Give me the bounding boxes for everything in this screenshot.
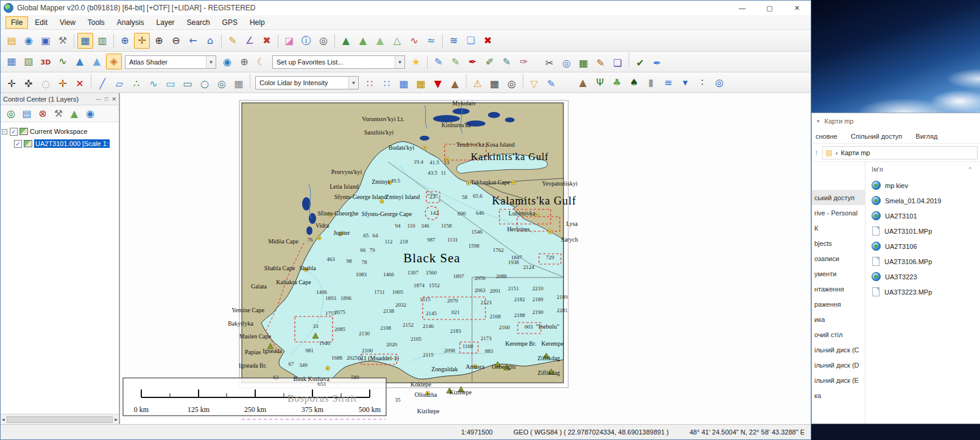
profile-chart-icon[interactable]: ∿ [55, 54, 71, 69]
move-layer-icon[interactable]: ▲ [67, 107, 82, 121]
nav-item[interactable]: ський доступ [812, 190, 865, 205]
warning-icon[interactable]: ⚠ [470, 76, 485, 92]
paint-style-icon[interactable]: ❏ [610, 55, 626, 71]
pen-red-icon[interactable]: ✒ [465, 54, 481, 70]
map-catalog-icon[interactable]: ▧ [21, 54, 37, 69]
save-workspace-icon[interactable]: ▣ [38, 33, 54, 49]
lidar-classify-icon[interactable]: ∷ [379, 76, 395, 92]
nav-item[interactable]: очий стіл [812, 327, 865, 342]
nav-item[interactable]: rive - Personal [812, 205, 865, 220]
edit-feature-icon[interactable]: ✎ [593, 55, 608, 71]
nav-item[interactable]: озаписи [812, 251, 865, 266]
control-center-header[interactable]: Control Center (1 Layers) —□✕ [1, 93, 119, 105]
open-file-icon[interactable]: ▤ [4, 33, 19, 49]
minimize-button[interactable]: — [728, 1, 756, 15]
apply-check-icon[interactable]: ✔ [632, 55, 648, 71]
nav-item[interactable]: ільний диск (D [812, 357, 865, 372]
zoom-to-layer-icon[interactable]: ◎ [4, 107, 18, 121]
export-layer-icon[interactable]: ◉ [83, 107, 97, 121]
nav-item[interactable]: раження [812, 296, 865, 312]
shrub-icon[interactable]: ♣ [609, 75, 625, 91]
tree-item-workspace[interactable]: − ✓ Current Workspace [2, 126, 118, 137]
pen-blue-icon[interactable]: ✎ [431, 54, 446, 70]
path-profile-icon[interactable]: ∿ [406, 33, 422, 49]
feature-info-icon[interactable]: ⓘ [298, 33, 314, 49]
layer-options-icon[interactable]: ⚒ [51, 107, 66, 121]
elevation-legend-icon[interactable]: ▲ [72, 54, 88, 69]
layer-metadata-icon[interactable]: ▤ [19, 107, 34, 121]
cancel-icon[interactable]: ✖ [480, 33, 496, 49]
control-center-icon[interactable]: ▦ [77, 33, 93, 49]
create-circle-icon[interactable]: ○ [197, 76, 213, 92]
zoom-previous-icon[interactable]: ← [185, 33, 201, 49]
chevron-down-icon[interactable]: ▾ [348, 77, 358, 89]
filter-icon[interactable]: ▽ [526, 76, 542, 92]
favorites-star-icon[interactable]: ★ [408, 54, 424, 70]
file-item[interactable]: UA2T3101.MPp [872, 223, 980, 239]
terrain-paint-icon[interactable]: ▲ [575, 75, 591, 91]
terrain-layers-icon[interactable]: ▲ [355, 33, 371, 49]
crosshair-icon[interactable]: ✛ [55, 76, 71, 92]
panel-float-button[interactable]: □ [105, 96, 108, 102]
lidar-ground-icon[interactable]: ▲ [447, 76, 463, 92]
workspace-checkbox[interactable]: ✓ [10, 128, 18, 136]
lidar-color-icon[interactable]: ∷ [362, 76, 378, 92]
tab-view[interactable]: Вигляд [915, 133, 937, 140]
measure-icon[interactable]: ∠ [242, 33, 258, 49]
sign-pen-icon[interactable]: ✒ [649, 55, 665, 71]
terrain-shader-icon[interactable]: ▲ [338, 33, 354, 49]
watershed-icon[interactable]: ≋ [446, 33, 462, 49]
full-extent-icon[interactable]: ⌂ [202, 33, 218, 49]
world-projection-icon[interactable]: ◉ [219, 54, 235, 70]
scroll-left-icon[interactable]: ◂ [2, 416, 5, 422]
menu-layer[interactable]: Layer [151, 16, 180, 29]
panel-close-button[interactable]: ✕ [111, 96, 116, 102]
dot-pen-icon[interactable]: ✑ [516, 54, 532, 70]
marker-green-icon[interactable]: ✐ [482, 54, 498, 70]
chevron-down-icon[interactable]: ▾ [206, 56, 216, 68]
menu-analysis[interactable]: Analysis [111, 16, 150, 29]
create-point-icon[interactable]: ∴ [129, 76, 144, 92]
shader-icon[interactable]: ◈ [106, 54, 122, 69]
pen-green-icon[interactable]: ✎ [448, 54, 464, 70]
building-icon[interactable]: ▮ [643, 75, 659, 91]
move-feature-icon[interactable]: ✜ [21, 76, 37, 92]
chevron-down-icon[interactable]: ▾ [395, 56, 404, 68]
favorites-combo[interactable]: Set up Favorites List...▾ [272, 55, 405, 69]
explorer-title-bar[interactable]: ▾ Карти mp [812, 113, 980, 129]
file-item[interactable]: UA3T3223.MPp [872, 284, 980, 299]
file-item[interactable]: mp kiev [872, 178, 980, 193]
terrain-flat-icon[interactable]: ▲ [372, 33, 388, 49]
file-item[interactable]: UA2T3106.MPp [872, 254, 980, 269]
scroll-thumb[interactable] [7, 416, 113, 423]
create-area-icon[interactable]: ▭ [163, 76, 178, 92]
elevation-query-icon[interactable]: ▲ [89, 54, 105, 69]
water-icon[interactable]: ▾ [677, 75, 693, 91]
lidar-table2-icon[interactable]: ▦ [413, 76, 429, 92]
column-header-name[interactable]: Ім'я ^ [872, 166, 980, 173]
lidar-color-combo[interactable]: Color Lidar by Intensity▾ [255, 76, 359, 89]
layer-checkbox[interactable]: ✓ [14, 140, 22, 148]
address-box[interactable]: ▤ › Карти mp [822, 146, 978, 159]
nav-item[interactable]: ільний диск (E [812, 372, 865, 388]
menu-edit[interactable]: Edit [29, 16, 53, 29]
tab-share[interactable]: Спільний доступ [851, 133, 903, 140]
close-layer-icon[interactable]: ⊗ [35, 107, 50, 121]
marker-teal-icon[interactable]: ✎ [499, 54, 515, 70]
terrain-wire-icon[interactable]: △ [389, 33, 405, 49]
nav-item[interactable]: нтаження [812, 281, 865, 296]
create-line-icon[interactable]: ∿ [146, 76, 161, 92]
delete-vertex-icon[interactable]: ✕ [72, 76, 88, 92]
menu-help[interactable]: Help [244, 16, 270, 29]
up-arrow-icon[interactable]: ↑ [814, 148, 819, 157]
menu-view[interactable]: View [54, 16, 81, 29]
map-layout-icon[interactable]: ▦ [4, 54, 19, 69]
select-lasso-icon[interactable]: ◌ [38, 76, 54, 92]
view-3d-icon[interactable]: 3D [38, 54, 54, 70]
scroll-right-icon[interactable]: ▸ [115, 416, 118, 422]
file-item[interactable]: Smela_01.04.2019 [872, 193, 980, 208]
nav-item[interactable]: ументи [812, 266, 865, 281]
lidar-zoom-icon[interactable]: ◎ [504, 76, 520, 92]
levels-icon[interactable]: ≡ [660, 75, 676, 91]
cut-feature-icon[interactable]: ✂ [541, 55, 557, 71]
